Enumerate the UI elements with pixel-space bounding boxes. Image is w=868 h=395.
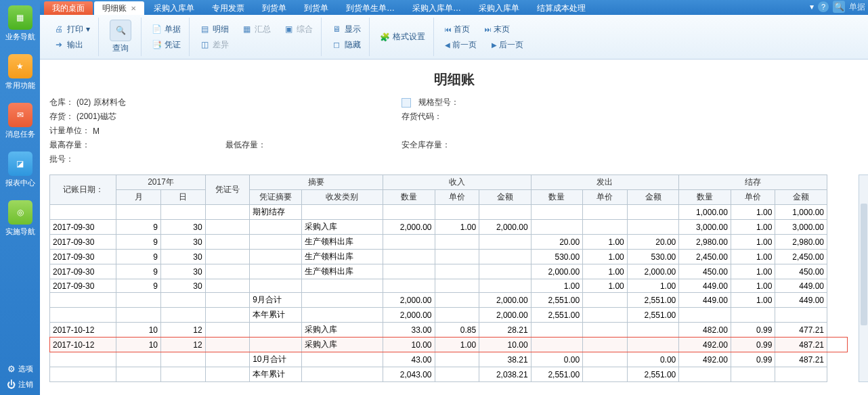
tab-my-desktop[interactable]: 我的桌面 — [44, 1, 93, 15]
help-icon[interactable]: ? — [818, 1, 829, 12]
sidebar-item-biznav[interactable]: ▦ 业务导航 — [5, 5, 35, 42]
table-row[interactable]: 2017-09-30930生产领料出库20.001.0020.002,980.0… — [50, 235, 827, 250]
comprehensive-button: ▣综合 — [280, 22, 316, 37]
cell: 2,000.00 — [479, 293, 531, 308]
next-page-button[interactable]: ▶后一页 — [487, 37, 527, 53]
cell — [479, 205, 531, 220]
col-out-amount[interactable]: 金额 — [627, 190, 679, 205]
table-row[interactable]: 2017-10-121012采购入库10.001.0010.00492.000.… — [50, 338, 827, 352]
col-vsum[interactable]: 凭证摘要 — [250, 190, 302, 205]
options-button[interactable]: ⚙选项 — [7, 364, 33, 374]
cell — [583, 367, 628, 382]
cell — [627, 220, 679, 235]
col-date[interactable]: 记账日期： — [50, 175, 116, 205]
scrollbar-thumb[interactable] — [861, 204, 867, 325]
cell: 2,980.00 — [679, 235, 731, 250]
cell: 3,000.00 — [775, 220, 827, 235]
tab-item[interactable]: 到货单 — [254, 1, 295, 15]
show-button[interactable]: 🖥显示 — [328, 22, 364, 37]
show-icon: 🖥 — [331, 24, 342, 34]
detail-button[interactable]: ▤明细 — [196, 22, 232, 37]
tab-item[interactable]: 明细账✕ — [94, 1, 144, 15]
prev-page-button[interactable]: ◀前一页 — [441, 37, 481, 53]
cell — [435, 293, 479, 308]
cell: 492.00 — [679, 338, 731, 352]
table-row[interactable]: 本年累计2,000.002,000.002,551.002,551.00 — [50, 308, 827, 323]
cell: 1.00 — [435, 338, 479, 352]
col-in-amount[interactable]: 金额 — [479, 190, 531, 205]
logout-button[interactable]: ⏻注销 — [7, 379, 33, 390]
col-month[interactable]: 月 — [116, 190, 161, 205]
cell — [116, 367, 161, 382]
col-iotype[interactable]: 收发类别 — [301, 190, 383, 205]
tab-item[interactable]: 到货单生单… — [338, 1, 403, 15]
col-bal-amount[interactable]: 金额 — [775, 190, 827, 205]
export-button[interactable]: ➜输出 — [51, 37, 93, 53]
search-icon[interactable]: 🔍 — [833, 1, 845, 13]
cell — [205, 352, 250, 367]
col-in-price[interactable]: 单价 — [435, 190, 479, 205]
cell: 450.00 — [775, 264, 827, 279]
cell: 9 — [116, 279, 161, 293]
singledoc-button[interactable]: 📄单据 — [148, 22, 183, 37]
tab-item[interactable]: 专用发票 — [204, 1, 253, 15]
hide-button[interactable]: ◻隐藏 — [328, 37, 364, 53]
table-row[interactable]: 2017-09-30930生产领料出库2,000.001.002,000.004… — [50, 264, 827, 279]
col-summary[interactable]: 摘要 — [250, 175, 383, 190]
tab-item[interactable]: 采购入库单 — [471, 1, 527, 15]
vertical-scrollbar[interactable] — [859, 175, 868, 382]
table-row[interactable]: 本年累计2,043.002,038.212,551.002,551.00 — [50, 367, 827, 382]
sidebar-item-implement[interactable]: ◎ 实施导航 — [5, 200, 35, 237]
sidebar-item-messages[interactable]: ✉ 消息任务 — [5, 103, 35, 139]
cell: 43.00 — [383, 352, 435, 367]
col-bal-price[interactable]: 单价 — [731, 190, 775, 205]
cell — [301, 308, 383, 323]
table-row[interactable]: 2017-09-30930生产领料出库530.001.00530.002,450… — [50, 250, 827, 264]
table-row[interactable]: 9月合计2,000.002,000.002,551.002,551.00449.… — [50, 293, 827, 308]
table-row[interactable]: 10月合计43.0038.210.000.00492.000.99487.21 — [50, 352, 827, 367]
cell: 1.00 — [627, 279, 679, 293]
col-out[interactable]: 发出 — [531, 175, 679, 190]
voucher-button[interactable]: 📑凭证 — [148, 37, 183, 53]
col-year[interactable]: 2017年 — [116, 175, 205, 190]
cell — [731, 308, 775, 323]
tabs-dropdown-icon[interactable]: ▾ — [810, 2, 814, 11]
sidebar-item-favorites[interactable]: ★ 常用功能 — [5, 54, 35, 91]
table-row[interactable]: 2017-10-121012采购入库33.000.8528.21482.000.… — [50, 323, 827, 338]
col-out-price[interactable]: 单价 — [583, 190, 628, 205]
tab-item[interactable]: 采购入库单… — [404, 1, 469, 15]
cell — [50, 352, 116, 367]
col-balance[interactable]: 结存 — [679, 175, 827, 190]
table-row[interactable]: 2017-09-30930采购入库2,000.001.002,000.003,0… — [50, 220, 827, 235]
tab-item[interactable]: 采购入库单 — [146, 1, 202, 15]
col-voucher[interactable]: 凭证号 — [205, 175, 250, 205]
col-day[interactable]: 日 — [160, 190, 205, 205]
content-area: 明细账 仓库：(02) 原材料仓 规格型号： 存货：(2001)磁芯 存货代码：… — [40, 60, 868, 395]
close-icon[interactable]: ✕ — [131, 5, 136, 12]
cell: 1.00 — [583, 235, 628, 250]
col-out-qty[interactable]: 数量 — [531, 190, 583, 205]
print-button[interactable]: 🖨打印 ▾ — [51, 22, 93, 37]
cell — [205, 338, 250, 352]
diff-button: ◫差异 — [196, 37, 232, 53]
spec-icon[interactable] — [402, 98, 411, 108]
cell: 2017-10-12 — [50, 338, 116, 352]
col-in-qty[interactable]: 数量 — [383, 190, 435, 205]
format-button[interactable]: 🧩格式设置 — [376, 29, 428, 45]
last-page-button[interactable]: ⏭末页 — [481, 22, 514, 37]
cell — [50, 367, 116, 382]
query-button[interactable]: 🔍 查询 — [106, 17, 135, 57]
comprehensive-icon: ▣ — [283, 24, 294, 34]
table-row[interactable]: 期初结存1,000.001.001,000.00 — [50, 205, 827, 220]
cell: 0.99 — [731, 323, 775, 338]
printer-icon: 🖨 — [53, 24, 64, 34]
tab-item[interactable]: 结算成本处理 — [529, 1, 594, 15]
col-in[interactable]: 收入 — [383, 175, 531, 190]
cell: 477.21 — [775, 323, 827, 338]
sidebar-item-reports[interactable]: ◪ 报表中心 — [5, 152, 35, 188]
col-bal-qty[interactable]: 数量 — [679, 190, 731, 205]
table-row[interactable]: 2017-09-309301.001.001.00449.001.00449.0… — [50, 279, 827, 293]
first-page-button[interactable]: ⏮首页 — [441, 22, 474, 37]
cell — [479, 279, 531, 293]
tab-item[interactable]: 到货单 — [296, 1, 337, 15]
